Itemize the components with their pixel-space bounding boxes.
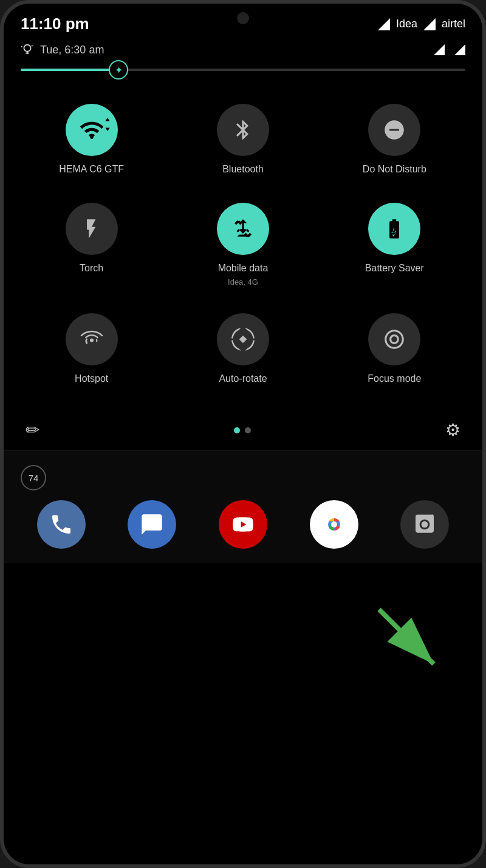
edit-button[interactable]: ✏ [26, 420, 39, 440]
svg-marker-0 [378, 18, 390, 30]
messages-icon [140, 512, 164, 537]
notification-count: 74 [29, 473, 39, 483]
wifi-icon [79, 117, 104, 143]
mobile-data-circle[interactable] [217, 203, 269, 255]
phone-screen: 11:10 pm Idea airtel Tue, 6:30 am [4, 4, 482, 864]
torch-circle[interactable] [66, 203, 118, 255]
svg-line-6 [379, 609, 434, 664]
phone-icon [49, 512, 74, 537]
dock-app-phone[interactable] [37, 500, 86, 549]
notification-badge[interactable]: 74 [21, 465, 46, 490]
bluetooth-label: Bluetooth [222, 163, 264, 176]
chrome-icon [321, 511, 347, 538]
alarm-row: Tue, 6:30 am [4, 38, 482, 66]
green-arrow-annotation [373, 603, 446, 676]
alarm-icon [21, 43, 34, 56]
dnd-icon [383, 118, 406, 141]
mobile-data-sublabel: Idea, 4G [228, 277, 258, 287]
tile-dnd[interactable]: Do Not Disturb [319, 92, 470, 191]
notch [237, 12, 249, 24]
dnd-circle[interactable] [368, 104, 420, 156]
alarm-left: Tue, 6:30 am [21, 43, 104, 56]
torch-icon [80, 217, 103, 240]
tile-focus[interactable]: Focus mode [319, 301, 470, 400]
carrier2-label: airtel [442, 18, 465, 30]
carrier1-label: Idea [396, 18, 417, 30]
bluetooth-circle[interactable] [217, 104, 269, 156]
status-right: Idea airtel [378, 18, 465, 30]
battery-saver-circle[interactable] [368, 203, 420, 255]
brightness-sun-icon: ✦ [115, 64, 123, 76]
svg-marker-3 [454, 44, 465, 55]
tile-battery-saver[interactable]: Battery Saver [319, 191, 470, 301]
dnd-label: Do Not Disturb [363, 163, 426, 176]
brightness-row[interactable]: ✦ [4, 66, 482, 86]
camera-icon [412, 512, 437, 537]
svg-point-9 [331, 521, 337, 527]
mobile-data-label: Mobile data [218, 262, 269, 275]
tiles-grid: HEMA C6 GTF Bluetooth Do Not Distu [4, 86, 482, 405]
wifi-label: HEMA C6 GTF [59, 163, 124, 176]
status-time: 11:10 pm [21, 15, 89, 33]
bottom-bar: ✏ ⚙ [4, 410, 482, 450]
brightness-fill [21, 69, 118, 71]
battery-saver-icon [383, 217, 406, 240]
wifi-circle[interactable] [66, 104, 118, 156]
bluetooth-icon [231, 118, 255, 141]
page-dots [234, 427, 251, 433]
page-dot-1 [234, 427, 240, 433]
youtube-icon [231, 512, 255, 537]
tile-wifi[interactable]: HEMA C6 GTF [16, 92, 167, 191]
tile-autorotate[interactable]: Auto-rotate [167, 301, 318, 400]
signal-detail1-icon [434, 44, 445, 55]
alarm-time: Tue, 6:30 am [40, 44, 104, 56]
tile-mobile-data[interactable]: Mobile data Idea, 4G [167, 191, 318, 301]
dock-app-youtube[interactable] [219, 500, 267, 549]
torch-label: Torch [80, 262, 103, 275]
focus-circle[interactable] [368, 313, 420, 365]
tile-torch[interactable]: Torch [16, 191, 167, 301]
signal2-icon [423, 18, 436, 30]
autorotate-icon [231, 328, 255, 351]
brightness-thumb[interactable]: ✦ [109, 60, 128, 80]
hotspot-icon [80, 328, 103, 351]
dock-app-camera[interactable] [400, 500, 449, 549]
dock-app-messages[interactable] [128, 500, 176, 549]
wifi-arrows-icon [104, 118, 111, 131]
hotspot-label: Hotspot [75, 373, 108, 385]
alarm-right [434, 44, 465, 55]
svg-marker-1 [423, 18, 436, 30]
autorotate-label: Auto-rotate [219, 373, 267, 385]
tile-bluetooth[interactable]: Bluetooth [167, 92, 318, 191]
notification-badge-row: 74 [16, 460, 470, 500]
brightness-track[interactable]: ✦ [21, 69, 465, 71]
battery-saver-label: Battery Saver [365, 262, 424, 275]
dock-app-chrome[interactable] [310, 500, 358, 549]
focus-icon [383, 328, 406, 351]
hotspot-circle[interactable] [66, 313, 118, 365]
dock-icons [16, 500, 470, 549]
settings-button[interactable]: ⚙ [445, 420, 460, 440]
autorotate-circle[interactable] [217, 313, 269, 365]
side-button[interactable] [482, 259, 486, 307]
dock-area: 74 [4, 450, 482, 563]
signal-detail2-icon [454, 44, 465, 55]
tile-hotspot[interactable]: Hotspot [16, 301, 167, 400]
phone-frame: 11:10 pm Idea airtel Tue, 6:30 am [0, 0, 486, 868]
signal1-icon [378, 18, 390, 30]
svg-marker-2 [434, 44, 445, 55]
page-dot-2 [245, 427, 251, 433]
focus-label: Focus mode [368, 373, 421, 385]
svg-point-4 [90, 136, 93, 139]
arrows-updown-icon [231, 217, 255, 240]
